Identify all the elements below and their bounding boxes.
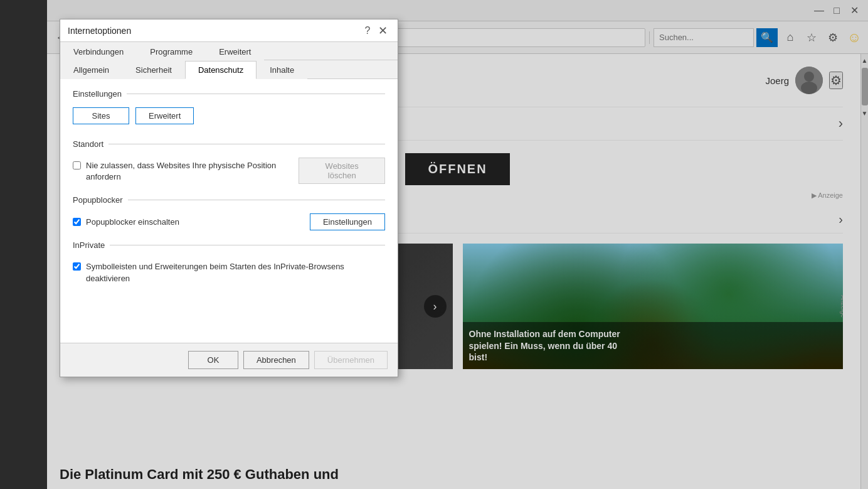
inprivate-label: InPrivate (73, 240, 105, 250)
inprivate-checkbox-row: Symbolleisten und Erweiterungen beim Sta… (73, 261, 385, 284)
popupblocker-row: Popupblocker einschalten Einstellungen (73, 213, 385, 230)
websites-loeschen-button: Websites löschen (299, 158, 385, 184)
sites-button[interactable]: Sites (73, 107, 129, 124)
standort-checkbox-row: Nie zulassen, dass Websites Ihre physisc… (73, 160, 299, 183)
dialog-title: Internetoptionen (68, 26, 360, 36)
inprivate-divider (110, 245, 385, 245)
einstellungen-label: Einstellungen (73, 89, 122, 99)
tab-sicherheit[interactable]: Sicherheit (122, 61, 185, 79)
dialog-tabs-row1: Verbindungen Programme Erweitert (60, 42, 398, 60)
erweitert-settings-button[interactable]: Erweitert (135, 107, 194, 124)
dialog-tabs-row2: Allgemein Sicherheit Datenschutz Inhalte (60, 60, 398, 79)
internetoptionen-dialog: Internetoptionen ? ✕ Verbindungen Progra… (60, 19, 398, 377)
popupblocker-checkbox-label: Popupblocker einschalten (86, 217, 179, 228)
inprivate-section-title: InPrivate (73, 240, 385, 250)
einstellungen-section-body: Sites Erweitert (73, 102, 385, 139)
inprivate-checkbox-label: Symbolleisten und Erweiterungen beim Sta… (86, 261, 385, 284)
uebernehmen-button: Übernehmen (314, 351, 388, 369)
inprivate-checkbox[interactable] (73, 262, 81, 271)
einstellungen-section-title: Einstellungen (73, 89, 385, 99)
tab-inhalte[interactable]: Inhalte (257, 61, 307, 79)
einstellungen-buttons: Sites Erweitert (73, 107, 385, 124)
tab-programme[interactable]: Programme (137, 43, 206, 60)
standort-label: Standort (73, 139, 103, 149)
dialog-help-button[interactable]: ? (360, 23, 375, 38)
dialog-close-button[interactable]: ✕ (375, 23, 390, 38)
popupblocker-checkbox[interactable] (73, 218, 81, 226)
popupblocker-settings-button[interactable]: Einstellungen (310, 213, 385, 230)
standort-checkbox[interactable] (73, 161, 81, 169)
popupblocker-section-body: Popupblocker einschalten Einstellungen (73, 208, 385, 240)
dialog-body: Einstellungen Sites Erweitert Standort N… (60, 79, 398, 343)
tab-datenschutz[interactable]: Datenschutz (185, 61, 257, 79)
tab-allgemein[interactable]: Allgemein (60, 61, 122, 79)
dialog-titlebar: Internetoptionen ? ✕ (60, 19, 398, 42)
popupblocker-label: Popupblocker (73, 195, 123, 205)
popupblocker-section-title: Popupblocker (73, 195, 385, 205)
standort-section-title: Standort (73, 139, 385, 149)
standort-checkbox-label: Nie zulassen, dass Websites Ihre physisc… (86, 160, 299, 183)
popupblocker-divider (128, 200, 386, 200)
standort-row: Nie zulassen, dass Websites Ihre physisc… (73, 158, 385, 185)
standort-divider (109, 144, 385, 144)
popupblocker-checkbox-row: Popupblocker einschalten (73, 217, 179, 228)
inprivate-section-body: Symbolleisten und Erweiterungen beim Sta… (73, 254, 385, 296)
dialog-footer: OK Abbrechen Übernehmen (60, 343, 398, 377)
ok-button[interactable]: OK (188, 351, 238, 369)
standort-section-body: Nie zulassen, dass Websites Ihre physisc… (73, 153, 385, 195)
tab-erweitert[interactable]: Erweitert (206, 43, 264, 60)
tab-verbindungen[interactable]: Verbindungen (60, 43, 137, 60)
abbrechen-button[interactable]: Abbrechen (243, 351, 309, 369)
einstellungen-divider (127, 94, 385, 94)
